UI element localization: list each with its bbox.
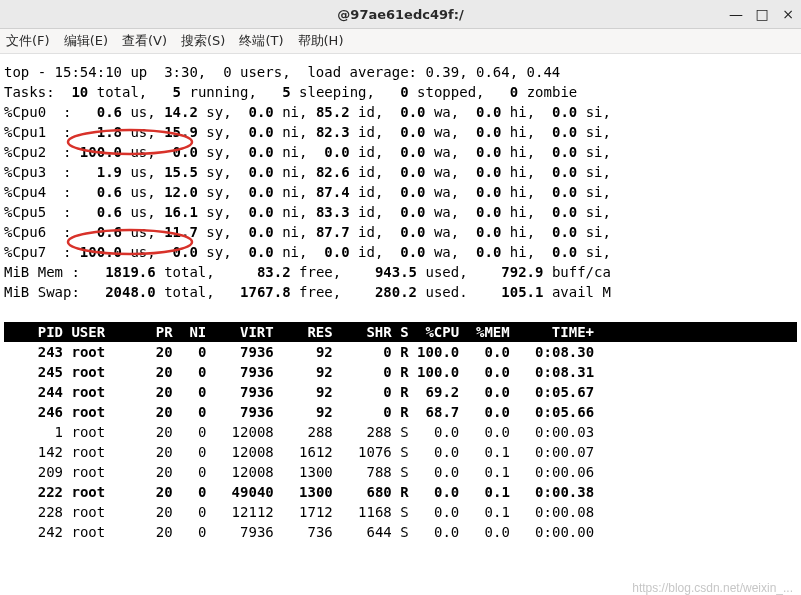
cpu4-ni: 0.0 xyxy=(232,184,274,200)
terminal[interactable]: top - 15:54:10 up 3:30, 0 users, load av… xyxy=(0,54,801,542)
pr: 20 xyxy=(147,364,172,380)
res: 1300 xyxy=(274,464,333,480)
close-icon[interactable]: × xyxy=(779,5,797,23)
cpu: 0.0 xyxy=(409,504,460,520)
menu-term[interactable]: 终端(T) xyxy=(239,32,283,50)
cpu0-sy: 14.2 xyxy=(156,104,198,120)
cpu1-hi: 0.0 xyxy=(459,124,501,140)
virt: 7936 xyxy=(206,344,273,360)
pid: 222 xyxy=(4,484,63,500)
process-row: 1 root 20 0 12008 288 288 S 0.0 0.0 0:00… xyxy=(4,422,797,442)
process-row: 243 root 20 0 7936 92 0 R 100.0 0.0 0:08… xyxy=(4,342,797,362)
user: root xyxy=(71,364,147,380)
shr: 680 xyxy=(333,484,392,500)
blank-line xyxy=(4,302,797,322)
cpu: 0.0 xyxy=(409,424,460,440)
shr: 644 xyxy=(333,524,392,540)
maximize-icon[interactable]: □ xyxy=(753,5,771,23)
swap-line: MiB Swap: 2048.0 total, 1767.8 free, 280… xyxy=(4,282,797,302)
cpu2-si: 0.0 xyxy=(535,144,577,160)
res: 92 xyxy=(274,344,333,360)
state: R xyxy=(400,484,408,500)
cpu7-si: 0.0 xyxy=(535,244,577,260)
cpu3-wa: 0.0 xyxy=(383,164,425,180)
process-row: 222 root 20 0 49040 1300 680 R 0.0 0.1 0… xyxy=(4,482,797,502)
user: root xyxy=(71,524,147,540)
cpu5-wa: 0.0 xyxy=(383,204,425,220)
cpu3-us: 1.9 xyxy=(71,164,122,180)
virt: 12112 xyxy=(206,504,273,520)
cpu2-ni: 0.0 xyxy=(232,144,274,160)
mem: 0.0 xyxy=(459,364,510,380)
virt: 7936 xyxy=(206,524,273,540)
cpu3-id: 82.6 xyxy=(307,164,349,180)
process-row: 228 root 20 0 12112 1712 1168 S 0.0 0.1 … xyxy=(4,502,797,522)
cpu-line-6: %Cpu6 : 0.6 us, 11.7 sy, 0.0 ni, 87.7 id… xyxy=(4,222,797,242)
time: 0:00.03 xyxy=(510,424,594,440)
cpu: 0.0 xyxy=(409,484,460,500)
res: 1712 xyxy=(274,504,333,520)
res: 92 xyxy=(274,364,333,380)
cpu-line-1: %Cpu1 : 1.8 us, 15.9 sy, 0.0 ni, 82.3 id… xyxy=(4,122,797,142)
menu-file[interactable]: 文件(F) xyxy=(6,32,50,50)
cpu1-sy: 15.9 xyxy=(156,124,198,140)
state: S xyxy=(400,464,408,480)
time: 0:08.31 xyxy=(510,364,594,380)
cpu7-hi: 0.0 xyxy=(459,244,501,260)
menu-edit[interactable]: 编辑(E) xyxy=(64,32,108,50)
ni: 0 xyxy=(173,504,207,520)
cpu0-wa: 0.0 xyxy=(383,104,425,120)
process-header: PID USER PR NI VIRT RES SHR S %CPU %MEM … xyxy=(4,322,797,342)
state: S xyxy=(400,424,408,440)
state: R xyxy=(400,384,408,400)
cpu-line-0: %Cpu0 : 0.6 us, 14.2 sy, 0.0 ni, 85.2 id… xyxy=(4,102,797,122)
time: 0:00.38 xyxy=(510,484,594,500)
pr: 20 xyxy=(147,524,172,540)
tasks-zombie: 0 xyxy=(510,84,518,100)
time: 0:00.00 xyxy=(510,524,594,540)
mem: 0.1 xyxy=(459,444,510,460)
cpu5-id: 83.3 xyxy=(307,204,349,220)
virt: 12008 xyxy=(206,464,273,480)
process-row: 242 root 20 0 7936 736 644 S 0.0 0.0 0:0… xyxy=(4,522,797,542)
mem: 0.1 xyxy=(459,504,510,520)
ni: 0 xyxy=(173,424,207,440)
cpu3-si: 0.0 xyxy=(535,164,577,180)
state: S xyxy=(400,524,408,540)
mem-total: 1819.6 xyxy=(80,264,156,280)
virt: 7936 xyxy=(206,364,273,380)
ni: 0 xyxy=(173,464,207,480)
cpu-line-3: %Cpu3 : 1.9 us, 15.5 sy, 0.0 ni, 82.6 id… xyxy=(4,162,797,182)
pr: 20 xyxy=(147,464,172,480)
cpu: 68.7 xyxy=(409,404,460,420)
time: 0:00.08 xyxy=(510,504,594,520)
mem-free: 83.2 xyxy=(215,264,291,280)
shr: 0 xyxy=(333,364,392,380)
user: root xyxy=(71,404,147,420)
menu-view[interactable]: 查看(V) xyxy=(122,32,167,50)
cpu5-sy: 16.1 xyxy=(156,204,198,220)
pid: 209 xyxy=(4,464,63,480)
cpu7-sy: 0.0 xyxy=(156,244,198,260)
state: S xyxy=(400,444,408,460)
pid: 246 xyxy=(4,404,63,420)
res: 736 xyxy=(274,524,333,540)
minimize-icon[interactable]: — xyxy=(727,5,745,23)
res: 92 xyxy=(274,404,333,420)
user: root xyxy=(71,444,147,460)
user: root xyxy=(71,344,147,360)
watermark: https://blog.csdn.net/weixin_... xyxy=(632,581,793,595)
pr: 20 xyxy=(147,404,172,420)
cpu4-si: 0.0 xyxy=(535,184,577,200)
menu-search[interactable]: 搜索(S) xyxy=(181,32,225,50)
menu-help[interactable]: 帮助(H) xyxy=(298,32,344,50)
ni: 0 xyxy=(173,364,207,380)
virt: 7936 xyxy=(206,384,273,400)
mem-used: 943.5 xyxy=(341,264,417,280)
cpu6-sy: 11.7 xyxy=(156,224,198,240)
window-controls: — □ × xyxy=(727,0,797,28)
mem-buff: 792.9 xyxy=(468,264,544,280)
cpu0-ni: 0.0 xyxy=(232,104,274,120)
pid: 242 xyxy=(4,524,63,540)
time: 0:05.66 xyxy=(510,404,594,420)
